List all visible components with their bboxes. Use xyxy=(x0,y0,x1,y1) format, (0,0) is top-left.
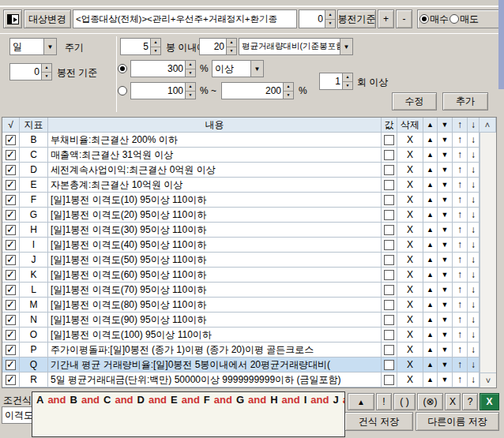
delete-button[interactable]: X xyxy=(397,298,423,313)
condition-content[interactable]: 주가이평돌파:[일]0봉전 (종가 1)이평 (종가 20)이평 골든크로스 xyxy=(48,343,382,358)
move-up-button[interactable]: ↑ xyxy=(453,328,468,343)
spinner-up-icon[interactable]: ▲ xyxy=(284,83,293,92)
spinner-down-icon[interactable]: ▼ xyxy=(343,82,352,90)
table-row[interactable]: Q기간내 평균 거래량비율:[일]0봉전 5봉이내에서 20평균거래량대비(X▲… xyxy=(2,358,480,372)
tool-up-button[interactable]: ▲ xyxy=(348,393,374,410)
buy-radio[interactable] xyxy=(419,14,429,24)
range-to-spinner[interactable]: 200 ▲▼ xyxy=(221,82,294,99)
condition-content[interactable]: 부채비율:최근결산 200% 이하 xyxy=(48,133,382,148)
move-down-button[interactable]: ↓ xyxy=(468,298,480,313)
bar-basis-button[interactable]: 봉전기준 xyxy=(337,9,376,28)
move-down-button[interactable]: ↓ xyxy=(468,208,480,223)
minus-button[interactable]: - xyxy=(396,9,412,28)
move-up-button[interactable]: ↑ xyxy=(453,268,468,283)
move-up-button[interactable]: ↑ xyxy=(453,283,468,298)
dropdown-arrow-icon[interactable]: ▼ xyxy=(250,61,263,77)
move-bottom-button[interactable]: ▼ xyxy=(438,163,453,178)
row-enable-checkbox[interactable] xyxy=(6,345,16,355)
move-top-button[interactable]: ▲ xyxy=(423,238,438,253)
move-top-button[interactable]: ▲ xyxy=(423,372,438,387)
row-enable-checkbox[interactable] xyxy=(6,240,16,250)
tool-not-button[interactable]: ! xyxy=(376,393,392,410)
delete-button[interactable]: X xyxy=(397,148,423,163)
move-top-button[interactable]: ▲ xyxy=(423,313,438,328)
delete-button[interactable]: X xyxy=(397,208,423,223)
delete-button[interactable]: X xyxy=(397,358,423,372)
table-row[interactable]: H[일]1봉전 이격도(30) 95이상 110이하X▲▼↑↓ xyxy=(2,223,480,238)
move-up-button[interactable]: ↑ xyxy=(453,208,468,223)
move-top-button[interactable]: ▲ xyxy=(423,253,438,268)
move-down-button[interactable]: ↓ xyxy=(468,283,480,298)
delete-button[interactable]: X xyxy=(397,268,423,283)
row-enable-checkbox[interactable] xyxy=(6,375,16,385)
avg-count-spinner[interactable]: 20 ▲▼ xyxy=(199,38,237,55)
move-up-button[interactable]: ↑ xyxy=(453,178,468,193)
move-down-button[interactable]: ↓ xyxy=(468,253,480,268)
table-row[interactable]: R5일 평균거래대금(단위:백만) 50000이상 9999999999이하 (… xyxy=(2,372,480,387)
value-checkbox[interactable] xyxy=(384,255,394,265)
value-checkbox[interactable] xyxy=(384,330,394,340)
condition-content[interactable]: 자본총계:최근결산 10억원 이상 xyxy=(48,178,382,193)
spinner-up-icon[interactable]: ▲ xyxy=(42,64,51,73)
add-button[interactable]: 추가 xyxy=(442,92,488,110)
move-up-button[interactable]: ↑ xyxy=(453,133,468,148)
single-ratio-radio[interactable] xyxy=(118,64,127,73)
range-from-value[interactable]: 100 xyxy=(131,83,185,99)
table-row[interactable]: P주가이평돌파:[일]0봉전 (종가 1)이평 (종가 20)이평 골든크로스X… xyxy=(2,343,480,358)
dropdown-arrow-icon[interactable]: ▼ xyxy=(43,39,56,54)
row-enable-checkbox[interactable] xyxy=(6,210,16,220)
condition-content[interactable]: [일]1봉전 이격도(20) 95이상 110이하 xyxy=(48,208,382,223)
row-enable-checkbox[interactable] xyxy=(6,285,16,295)
move-bottom-button[interactable]: ▼ xyxy=(438,283,453,298)
spinner-up-icon[interactable]: ▲ xyxy=(227,39,236,47)
condition-content[interactable]: [일]1봉전 이격도(100) 95이상 110이하 xyxy=(48,328,382,343)
move-bottom-button[interactable]: ▼ xyxy=(438,238,453,253)
bars-before-spinner[interactable]: 0 ▲▼ xyxy=(9,63,52,80)
table-row[interactable]: N[일]1봉전 이격도(90) 95이상 110이하X▲▼↑↓ xyxy=(2,313,480,328)
value-checkbox[interactable] xyxy=(384,270,394,280)
move-bottom-button[interactable]: ▼ xyxy=(438,358,453,372)
move-bottom-button[interactable]: ▼ xyxy=(438,178,453,193)
move-top-button[interactable]: ▲ xyxy=(423,223,438,238)
bars-before-value[interactable]: 0 xyxy=(10,64,41,80)
move-bottom-button[interactable]: ▼ xyxy=(438,148,453,163)
tool-delete-button[interactable]: X xyxy=(445,393,461,410)
move-up-button[interactable]: ↑ xyxy=(453,238,468,253)
delete-button[interactable]: X xyxy=(397,223,423,238)
delete-button[interactable]: X xyxy=(397,313,423,328)
move-top-button[interactable]: ▲ xyxy=(423,193,438,208)
delete-button[interactable]: X xyxy=(397,283,423,298)
occurrence-spinner[interactable]: 1 ▲▼ xyxy=(319,73,353,90)
value-checkbox[interactable] xyxy=(384,180,394,190)
table-row[interactable]: D세전계속사업이익:최근결산 0억원 이상X▲▼↑↓ xyxy=(2,163,480,178)
value-checkbox[interactable] xyxy=(384,165,394,175)
range-from-spinner[interactable]: 100 ▲▼ xyxy=(130,82,196,99)
within-bars-value[interactable]: 5 xyxy=(121,39,150,54)
move-bottom-button[interactable]: ▼ xyxy=(438,208,453,223)
row-enable-checkbox[interactable] xyxy=(6,330,16,340)
move-up-button[interactable]: ↑ xyxy=(453,148,468,163)
single-ratio-spinner[interactable]: 300 ▲▼ xyxy=(130,60,196,77)
move-bottom-button[interactable]: ▼ xyxy=(438,223,453,238)
table-row[interactable]: C매출액:최근결산 31억원 이상X▲▼↑↓ xyxy=(2,148,480,163)
move-bottom-button[interactable]: ▼ xyxy=(438,328,453,343)
move-up-button[interactable]: ↑ xyxy=(453,343,468,358)
delete-button[interactable]: X xyxy=(397,133,423,148)
move-top-button[interactable]: ▲ xyxy=(423,328,438,343)
spinner-up-icon[interactable]: ▲ xyxy=(186,83,195,92)
delete-button[interactable]: X xyxy=(397,372,423,387)
table-row[interactable]: I[일]1봉전 이격도(40) 95이상 110이하X▲▼↑↓ xyxy=(2,238,480,253)
delete-button[interactable]: X xyxy=(397,238,423,253)
move-top-button[interactable]: ▲ xyxy=(423,343,438,358)
condition-content[interactable]: [일]1봉전 이격도(30) 95이상 110이하 xyxy=(48,223,382,238)
move-down-button[interactable]: ↓ xyxy=(468,238,480,253)
compare-combo[interactable]: 이상 ▼ xyxy=(212,60,264,77)
move-down-button[interactable]: ↓ xyxy=(468,193,480,208)
value-checkbox[interactable] xyxy=(384,345,394,355)
move-down-button[interactable]: ↓ xyxy=(468,268,480,283)
row-enable-checkbox[interactable] xyxy=(6,135,16,145)
condition-content[interactable]: [일]1봉전 이격도(80) 95이상 110이하 xyxy=(48,298,382,313)
spinner-down-icon[interactable]: ▼ xyxy=(42,73,51,80)
excel-export-button[interactable]: X xyxy=(480,393,499,410)
condition-content[interactable]: [일]1봉전 이격도(40) 95이상 110이하 xyxy=(48,238,382,253)
